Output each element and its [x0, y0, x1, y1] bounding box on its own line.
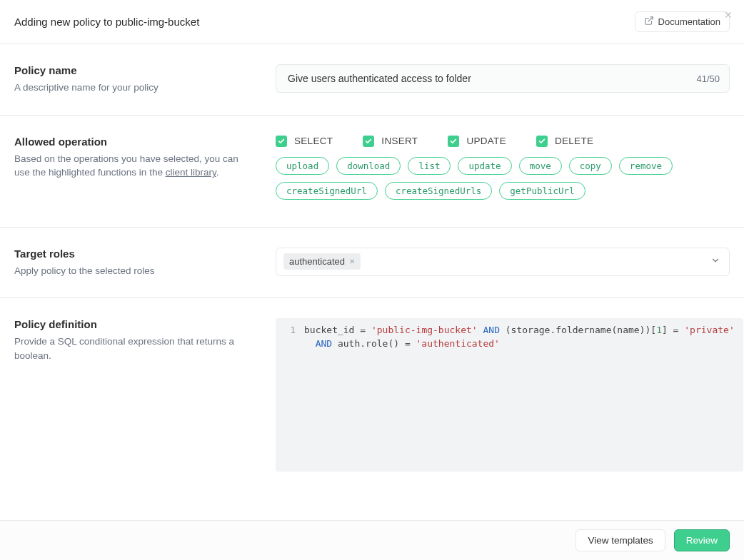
role-chip: authenticated ✕	[283, 253, 361, 270]
editor-gutter: 1	[276, 324, 304, 466]
target-roles-title: Target roles	[14, 248, 251, 260]
allowed-operation-description: Based on the operations you have selecte…	[14, 152, 251, 180]
fn-pill: move	[519, 157, 562, 175]
check-icon	[448, 136, 459, 147]
section-policy-name: Policy name A descriptive name for your …	[0, 44, 744, 116]
panel-title: Adding new policy to public-img-bucket	[14, 16, 199, 28]
allowed-operation-title: Allowed operation	[14, 136, 251, 148]
chevron-down-icon	[710, 255, 720, 268]
policy-name-input[interactable]	[276, 64, 730, 93]
fn-pill: list	[408, 157, 451, 175]
close-icon[interactable]: ✕	[724, 10, 733, 20]
check-icon	[363, 136, 374, 147]
target-roles-description: Apply policy to the selected roles	[14, 264, 251, 278]
policy-definition-description: Provide a SQL conditional expression tha…	[14, 335, 251, 362]
view-templates-button[interactable]: View templates	[575, 529, 665, 551]
panel-header: Adding new policy to public-img-bucket D…	[0, 0, 744, 44]
checkbox-update[interactable]: UPDATE	[448, 136, 506, 147]
documentation-button[interactable]: Documentation	[635, 11, 730, 32]
external-link-icon	[644, 16, 654, 28]
svg-line-0	[648, 17, 652, 21]
remove-chip-icon[interactable]: ✕	[349, 258, 355, 265]
fn-pill: update	[458, 157, 511, 175]
sql-editor[interactable]: 1 bucket_id = 'public-img-bucket' AND (s…	[276, 318, 743, 472]
documentation-label: Documentation	[658, 16, 720, 27]
fn-pill: download	[336, 157, 401, 175]
fn-pill: createSignedUrl	[276, 182, 378, 200]
client-library-link[interactable]: client library	[166, 167, 216, 178]
fn-pill: createSignedUrls	[385, 182, 492, 200]
checkbox-select[interactable]: SELECT	[276, 136, 333, 147]
policy-name-description: A descriptive name for your policy	[14, 81, 251, 95]
function-pills-row1: upload download list update move copy re…	[276, 157, 730, 175]
section-target-roles: Target roles Apply policy to the selecte…	[0, 228, 744, 299]
panel-footer: View templates Review	[0, 520, 744, 560]
policy-name-char-count: 41/50	[696, 73, 720, 84]
section-allowed-operation: Allowed operation Based on the operation…	[0, 116, 744, 228]
section-policy-definition: Policy definition Provide a SQL conditio…	[0, 298, 744, 492]
policy-definition-title: Policy definition	[14, 318, 251, 330]
target-roles-select[interactable]: authenticated ✕	[276, 248, 730, 276]
policy-name-title: Policy name	[14, 64, 251, 76]
review-button[interactable]: Review	[674, 529, 730, 551]
checkbox-delete[interactable]: DELETE	[536, 136, 593, 147]
operation-checkboxes: SELECT INSERT UPDATE	[276, 136, 730, 147]
check-icon	[276, 136, 287, 147]
fn-pill: remove	[619, 157, 673, 175]
check-icon	[536, 136, 548, 147]
function-pills-row2: createSignedUrl createSignedUrls getPubl…	[276, 182, 730, 200]
fn-pill: getPublicUrl	[499, 182, 585, 200]
fn-pill: upload	[276, 157, 329, 175]
checkbox-insert[interactable]: INSERT	[363, 136, 418, 147]
policy-name-input-wrap: 41/50	[276, 64, 730, 93]
policy-editor-panel: ✕ Adding new policy to public-img-bucket…	[0, 0, 744, 560]
fn-pill: copy	[569, 157, 612, 175]
editor-body[interactable]: bucket_id = 'public-img-bucket' AND (sto…	[304, 324, 743, 466]
